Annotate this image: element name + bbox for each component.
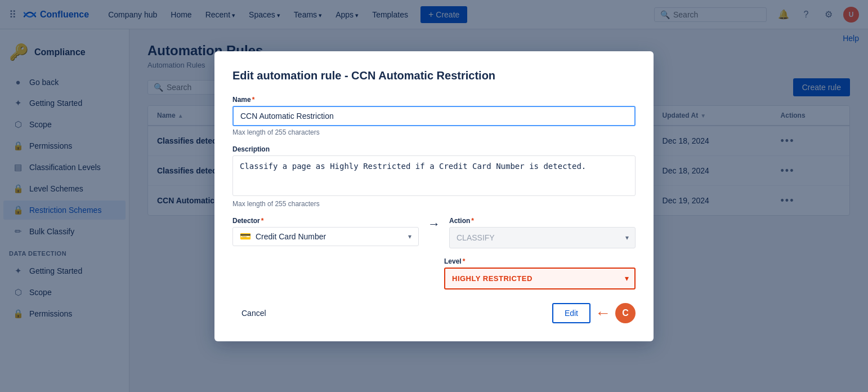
detector-chevron-icon: ▾	[408, 233, 411, 240]
description-form-group: Description Classify a page as Highly Re…	[232, 145, 636, 208]
action-select-wrapper: CLASSIFY ▾	[449, 227, 636, 248]
credit-card-icon: 💳	[240, 231, 251, 242]
detector-action-row: Detector * 💳 Credit Card Number ▾ → Acti…	[232, 217, 636, 248]
arrow-separator: →	[428, 217, 440, 238]
name-input[interactable]	[232, 106, 636, 126]
detector-label: Detector *	[232, 217, 419, 225]
detector-column: Detector * 💳 Credit Card Number ▾	[232, 217, 419, 246]
edit-with-annotation: Edit ← C	[552, 303, 636, 323]
detector-required: *	[261, 217, 264, 225]
right-arrow-icon: →	[428, 217, 440, 231]
name-label: Name *	[232, 96, 636, 104]
modal-title: Edit automation rule - CCN Automatic Res…	[232, 69, 636, 82]
name-hint: Max length of 255 characters	[232, 128, 636, 136]
name-form-group: Name * Max length of 255 characters	[232, 96, 636, 136]
level-form-group: Level * HIGHLY RESTRICTED ▾	[444, 257, 636, 289]
detector-select[interactable]: Credit Card Number	[256, 228, 404, 246]
action-label: Action *	[449, 217, 636, 225]
level-required: *	[463, 257, 466, 265]
level-select[interactable]: HIGHLY RESTRICTED	[444, 268, 636, 289]
modal-footer: Cancel Edit ← C	[232, 303, 636, 323]
detector-select-wrapper: 💳 Credit Card Number ▾	[232, 227, 419, 246]
description-textarea[interactable]: Classify a page as Highly Restricted if …	[232, 155, 636, 196]
description-label: Description	[232, 145, 636, 153]
level-select-wrapper: HIGHLY RESTRICTED ▾	[444, 268, 636, 289]
level-label: Level *	[444, 257, 636, 265]
description-hint: Max length of 255 characters	[232, 200, 636, 208]
action-required: *	[471, 217, 474, 225]
action-select[interactable]: CLASSIFY	[449, 227, 636, 248]
cancel-button[interactable]: Cancel	[232, 304, 275, 322]
edit-button[interactable]: Edit	[552, 303, 590, 323]
name-required: *	[252, 96, 255, 104]
annotation-arrow-icon: ←	[595, 304, 611, 322]
annotation-label: C	[615, 303, 636, 323]
modal-overlay[interactable]: Edit automation rule - CCN Automatic Res…	[0, 0, 868, 392]
edit-automation-rule-modal: Edit automation rule - CCN Automatic Res…	[214, 51, 654, 341]
action-column: Action * CLASSIFY ▾	[449, 217, 636, 248]
